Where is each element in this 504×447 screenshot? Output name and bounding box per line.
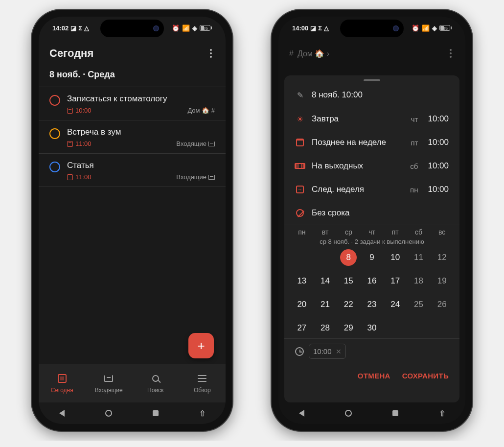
calendar-day[interactable]: 23 bbox=[360, 296, 384, 313]
battery-icon: 35 bbox=[200, 25, 212, 31]
calendar-day bbox=[384, 320, 407, 336]
task-checkbox[interactable] bbox=[49, 95, 60, 106]
option-time: 10:00 bbox=[428, 185, 449, 194]
calendar-day[interactable]: 22 bbox=[337, 296, 360, 313]
sys-recent-button[interactable] bbox=[153, 410, 159, 416]
calendar-day[interactable]: 8 bbox=[340, 249, 357, 266]
search-icon bbox=[152, 375, 159, 382]
calendar-day bbox=[314, 249, 337, 266]
task-row[interactable]: Встреча в зум 11:00 Входящие bbox=[39, 120, 226, 154]
calendar-day[interactable]: 19 bbox=[430, 273, 454, 289]
inbox-icon bbox=[208, 175, 215, 180]
calendar-day[interactable]: 20 bbox=[290, 296, 314, 313]
sys-recent-button[interactable] bbox=[392, 410, 398, 416]
calendar-day bbox=[430, 320, 454, 336]
option-tomorrow[interactable]: ☀ Завтра чт 10:00 bbox=[284, 107, 459, 131]
date-header: 8 нояб. · Среда bbox=[39, 65, 226, 87]
wifi-icon: ◈ bbox=[432, 24, 437, 32]
calendar-day[interactable]: 9 bbox=[360, 249, 384, 266]
pencil-icon: ✎ bbox=[295, 90, 305, 100]
task-project[interactable]: Дом 🏠 # bbox=[187, 107, 215, 114]
today-icon bbox=[58, 374, 67, 383]
calendar-day[interactable]: 25 bbox=[407, 296, 431, 313]
notif-icon: △ bbox=[324, 24, 329, 32]
calendar-day[interactable]: 16 bbox=[360, 273, 384, 289]
calendar-day[interactable]: 10 bbox=[384, 249, 407, 266]
save-button[interactable]: СОХРАНИТЬ bbox=[402, 372, 449, 380]
calendar-day[interactable]: 26 bbox=[430, 296, 454, 313]
cancel-button[interactable]: ОТМЕНА bbox=[358, 372, 390, 380]
more-menu-button[interactable] bbox=[207, 46, 215, 61]
task-row[interactable]: Статья 11:00 Входящие bbox=[39, 154, 226, 187]
alarm-icon: ⏰ bbox=[172, 24, 180, 32]
notif-icon: ◪ bbox=[70, 24, 76, 32]
system-nav: ⇧ bbox=[39, 402, 226, 424]
drag-handle[interactable] bbox=[364, 79, 380, 81]
wifi-icon: ◈ bbox=[192, 24, 197, 32]
sys-accessibility-button[interactable]: ⇧ bbox=[199, 409, 206, 418]
notch bbox=[100, 20, 164, 37]
task-title: Встреча в зум bbox=[67, 127, 215, 137]
calendar-day[interactable]: 15 bbox=[337, 273, 360, 289]
calendar-day[interactable]: 24 bbox=[384, 296, 407, 313]
sofa-icon bbox=[295, 161, 305, 171]
nav-inbox[interactable]: Входящие bbox=[86, 364, 133, 402]
sys-back-button[interactable] bbox=[59, 410, 65, 417]
arrow-box-icon bbox=[295, 185, 305, 194]
calendar-day[interactable]: 11 bbox=[407, 249, 431, 266]
clock-icon bbox=[295, 347, 304, 356]
task-row[interactable]: Записаться к стоматологу 10:00 Дом 🏠 # bbox=[39, 87, 226, 120]
option-no-date[interactable]: Без срока bbox=[284, 201, 459, 225]
more-menu-button[interactable] bbox=[447, 46, 455, 61]
phone-right: 14:00 ◪ Σ △ ⏰ 📶 ◈ 35 # Дом 🏠 › ✎ bbox=[272, 10, 472, 431]
sys-back-button[interactable] bbox=[299, 410, 304, 417]
option-weekend[interactable]: На выходных сб 10:00 bbox=[284, 154, 459, 178]
option-time: 10:00 bbox=[428, 138, 449, 147]
sun-icon: ☀ bbox=[295, 114, 305, 124]
option-next-week[interactable]: След. неделя пн 10:00 bbox=[284, 178, 459, 201]
calendar-day[interactable]: 30 bbox=[360, 320, 384, 336]
inbox-icon bbox=[104, 375, 113, 382]
calendar-day[interactable]: 18 bbox=[407, 273, 431, 289]
calendar-icon bbox=[67, 174, 73, 180]
notch bbox=[340, 20, 404, 37]
calendar-day[interactable]: 28 bbox=[314, 320, 337, 336]
task-checkbox[interactable] bbox=[49, 162, 60, 172]
sys-home-button[interactable] bbox=[105, 410, 112, 417]
calendar-day[interactable]: 21 bbox=[314, 296, 337, 313]
option-time: 10:00 bbox=[428, 161, 449, 171]
task-project[interactable]: Входящие bbox=[176, 140, 215, 147]
selected-datetime: 8 нояб. 10:00 bbox=[312, 90, 449, 100]
calendar-grid: 8910111213141516171819202122232425262728… bbox=[284, 249, 459, 338]
nav-label: Входящие bbox=[95, 387, 123, 394]
calendar-day[interactable]: 12 bbox=[430, 249, 454, 266]
option-label: След. неделя bbox=[312, 185, 403, 194]
status-time: 14:02 bbox=[52, 24, 69, 32]
page-title: Сегодня bbox=[49, 47, 93, 60]
edit-date-row[interactable]: ✎ 8 нояб. 10:00 bbox=[284, 83, 459, 107]
add-task-button[interactable]: + bbox=[188, 333, 214, 358]
task-checkbox[interactable] bbox=[49, 128, 60, 139]
no-date-icon bbox=[295, 208, 305, 218]
notif-icon: ◪ bbox=[310, 24, 316, 32]
calendar-day[interactable]: 17 bbox=[384, 273, 407, 289]
time-chip-value: 10:00 bbox=[313, 347, 332, 355]
calendar-day[interactable]: 27 bbox=[290, 320, 314, 336]
calendar-day[interactable]: 14 bbox=[314, 273, 337, 289]
breadcrumb-project[interactable]: Дом 🏠 › bbox=[298, 49, 443, 58]
task-project[interactable]: Входящие bbox=[176, 173, 215, 181]
option-later-week[interactable]: Позднее на неделе пт 10:00 bbox=[284, 131, 459, 154]
notif-icon: Σ bbox=[318, 24, 322, 32]
nav-overview[interactable]: Обзор bbox=[179, 364, 226, 402]
calendar-day[interactable]: 29 bbox=[337, 320, 360, 336]
task-title: Записаться к стоматологу bbox=[67, 94, 215, 104]
clear-time-button[interactable]: ✕ bbox=[336, 348, 342, 355]
time-chip[interactable]: 10:00 ✕ bbox=[309, 344, 346, 359]
nav-label: Обзор bbox=[194, 387, 211, 394]
nav-today[interactable]: Сегодня bbox=[39, 364, 86, 402]
sys-home-button[interactable] bbox=[345, 410, 352, 417]
nav-search[interactable]: Поиск bbox=[132, 364, 179, 402]
calendar-day[interactable]: 13 bbox=[290, 273, 314, 289]
inbox-icon bbox=[208, 141, 215, 146]
sys-accessibility-button[interactable]: ⇧ bbox=[439, 409, 445, 418]
